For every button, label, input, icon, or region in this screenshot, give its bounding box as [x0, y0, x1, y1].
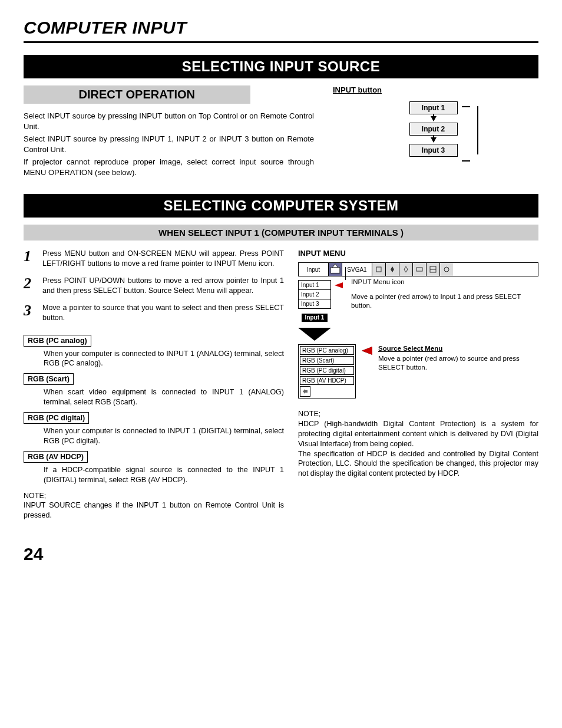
heading-direct-operation: DIRECT OPERATION: [24, 85, 250, 104]
loop-line: [477, 106, 478, 154]
step-text: Press POINT UP/DOWN buttons to move a re…: [42, 276, 284, 296]
heading-when-select-input1: WHEN SELECT INPUT 1 (COMPUTER INPUT TERM…: [24, 225, 538, 241]
step-number: 2: [24, 276, 42, 296]
svg-rect-0: [330, 268, 340, 273]
input-option-3-label: Input 3: [422, 146, 445, 154]
osd-icon-2: [386, 263, 399, 276]
svg-marker-1: [332, 264, 338, 268]
title-rule: [24, 41, 538, 43]
note-text: HDCP (High-bandwidth Digital Content Pro…: [298, 420, 538, 477]
loop-line: [462, 106, 470, 107]
left-note: NOTE; INPUT SOURCE changes if the INPUT …: [24, 491, 284, 521]
annot-move-pointer: Move a pointer (red arrow) to Input 1 an…: [351, 292, 538, 310]
input-option-1-label: Input 1: [422, 104, 445, 112]
osd-icon-3: [399, 263, 413, 276]
label-rgb-pc-digital: RGB (PC digital): [24, 412, 89, 424]
label-rgb-pc-analog: RGB (PC analog): [24, 335, 91, 347]
osd-diagram: Input SVGA1 Input 1 Input 2 Input 3: [298, 262, 538, 398]
source-row-4: RGB (AV HDCP): [300, 376, 354, 385]
direct-op-paragraph-1: Select INPUT source by pressing INPUT bu…: [24, 111, 314, 131]
source-select-menu: RGB (PC analog) RGB (Scart) RGB (PC digi…: [298, 344, 356, 398]
input-cycle-diagram: Input 1 Input 2 Input 3: [398, 99, 469, 167]
source-select-menu-title: Source Select Menu: [378, 344, 538, 353]
input-menu-title: INPUT MENU: [298, 249, 538, 258]
note-label: NOTE;: [24, 492, 46, 500]
red-arrow-icon: [335, 282, 343, 288]
arrow-down-icon: [431, 137, 437, 143]
osd-input-row-1: Input 1: [298, 280, 331, 290]
text-rgb-pc-digital: When your computer is connected to INPUT…: [44, 426, 284, 446]
step-number: 1: [24, 249, 42, 269]
note-label: NOTE;: [298, 410, 320, 418]
page-title: COMPUTER INPUT: [24, 18, 538, 38]
direct-op-paragraph-3: If projector cannot reproduce proper ima…: [24, 157, 314, 177]
arrow-down-icon: [431, 116, 437, 121]
input-option-2-label: Input 2: [422, 125, 445, 133]
page-number: 24: [24, 544, 538, 564]
text-rgb-pc-analog: When your computer is connected to INPUT…: [44, 349, 284, 369]
text-rgb-scart: When scart video equipment is connected …: [44, 387, 284, 407]
osd-input-list: Input 1 Input 2 Input 3: [298, 280, 331, 309]
source-select-menu-text: Move a pointer (red arrow) to source and…: [378, 355, 520, 371]
osd-mode-label: SVGA1: [342, 263, 372, 276]
banner-selecting-input-source: SELECTING INPUT SOURCE: [24, 55, 538, 78]
banner-selecting-computer-system: SELECTING COMPUTER SYSTEM: [24, 194, 538, 218]
red-arrow-icon: [362, 347, 372, 355]
direct-op-paragraph-2: Select INPUT source by pressing INPUT 1,…: [24, 134, 314, 154]
input-option-3: Input 3: [409, 144, 458, 157]
osd-input-row-2: Input 2: [298, 290, 331, 299]
svg-point-6: [444, 267, 449, 272]
big-arrow-down: Input 1: [298, 314, 538, 341]
text-rgb-av-hdcp: If a HDCP-compatible signal source is co…: [44, 465, 284, 485]
osd-icon-4: [413, 263, 427, 276]
input-option-1: Input 1: [409, 101, 458, 114]
source-row-1: RGB (PC analog): [300, 346, 354, 355]
osd-label-input: Input: [299, 263, 329, 276]
source-back-icon: [300, 386, 310, 397]
step-1: 1 Press MENU button and ON-SCREEN MENU w…: [24, 249, 284, 269]
step-text: Move a pointer to source that you want t…: [42, 303, 284, 323]
osd-input-row-3: Input 3: [298, 299, 331, 309]
step-text: Press MENU button and ON-SCREEN MENU wil…: [42, 249, 284, 269]
osd-top-bar: Input SVGA1: [298, 262, 538, 276]
step-number: 3: [24, 303, 42, 323]
loop-line: [462, 160, 470, 162]
source-row-3: RGB (PC digital): [300, 366, 354, 375]
hdcp-note: NOTE; HDCP (High-bandwidth Digital Conte…: [298, 409, 538, 479]
svg-rect-2: [376, 267, 381, 272]
input-button-label: INPUT button: [328, 85, 538, 94]
annot-input-menu-icon: INPUT Menu icon: [351, 278, 538, 286]
big-arrow-label: Input 1: [302, 314, 328, 322]
step-3: 3 Move a pointer to source that you want…: [24, 303, 284, 323]
osd-input-icon: [329, 263, 342, 276]
osd-icon-6: [440, 263, 453, 276]
annot-source-select-menu: Source Select Menu Move a pointer (red a…: [378, 344, 538, 372]
step-2: 2 Press POINT UP/DOWN buttons to move a …: [24, 276, 284, 296]
label-rgb-av-hdcp: RGB (AV HDCP): [24, 451, 88, 463]
svg-rect-3: [416, 268, 422, 271]
note-text: INPUT SOURCE changes if the INPUT 1 butt…: [24, 501, 284, 519]
input-option-2: Input 2: [409, 123, 458, 136]
source-row-2: RGB (Scart): [300, 356, 354, 365]
osd-icon-5: [427, 263, 440, 276]
osd-icon-1: [372, 263, 386, 276]
label-rgb-scart: RGB (Scart): [24, 373, 74, 385]
